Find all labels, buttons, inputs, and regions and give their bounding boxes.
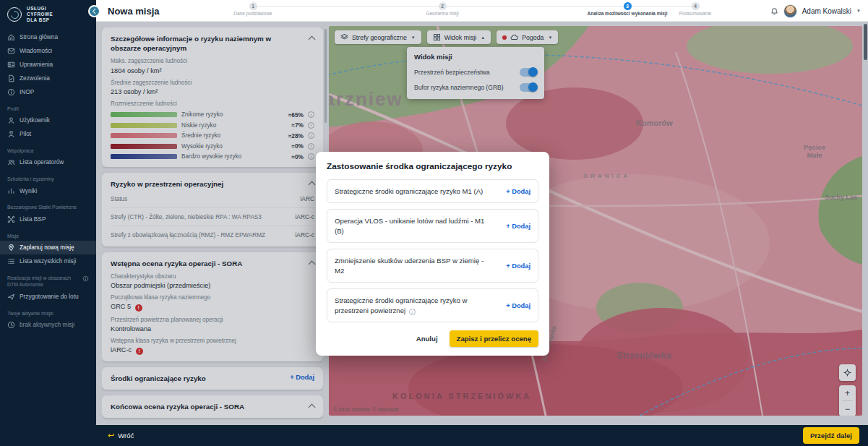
modal-actions: Anuluj Zapisz i przelicz ocenę bbox=[327, 330, 538, 347]
step-number: 3 bbox=[624, 2, 632, 10]
permit-icon bbox=[7, 74, 15, 82]
sidebar-section-label: Twoje aktywne misje: bbox=[0, 304, 96, 318]
missions-list-icon bbox=[7, 257, 15, 265]
home-icon bbox=[7, 33, 15, 41]
sidebar-item[interactable]: Zezwolenia bbox=[0, 72, 96, 85]
mail-icon bbox=[7, 47, 15, 55]
add-mitigation-button[interactable]: + Dodaj bbox=[506, 302, 530, 309]
add-mitigation-button[interactable]: + Dodaj bbox=[506, 262, 530, 270]
logo-text: USŁUGICYFROWEDLA BSP bbox=[27, 6, 53, 24]
new-mission-icon bbox=[7, 244, 15, 252]
sidebar-item[interactable]: Lista operatorów bbox=[0, 155, 96, 169]
stepper-step[interactable]: 4Podsumowanie bbox=[645, 2, 746, 16]
cancel-button[interactable]: Anuluj bbox=[416, 335, 438, 343]
back-arrow-icon: ↩ bbox=[108, 432, 114, 439]
sidebar-item[interactable]: brak aktywnych misji bbox=[0, 318, 96, 332]
sidebar-section-label: Bezzałogowe Statki Powietrzne bbox=[0, 197, 96, 212]
mitigation-modal: Zastosowanie środka ograniczającego ryzy… bbox=[316, 152, 549, 356]
step-number: 4 bbox=[692, 2, 700, 10]
sidebar-section-label: Realizacja misji w obszarach DTM Autonom… bbox=[0, 268, 96, 290]
sidebar-section-label: Współpraca bbox=[0, 141, 96, 155]
sidebar-item[interactable]: Lista wszystkich misji bbox=[0, 254, 96, 268]
mitigation-option: Operacja VLOS - unikanie lotów nad ludźm… bbox=[327, 209, 538, 243]
chevron-down-icon[interactable]: ▼ bbox=[856, 9, 861, 13]
sidebar-item[interactable]: Pilot bbox=[0, 127, 96, 141]
app-logo[interactable]: USŁUGICYFROWEDLA BSP bbox=[0, 0, 96, 30]
operators-icon bbox=[7, 158, 15, 166]
clock-icon bbox=[7, 321, 15, 329]
back-circle-button[interactable] bbox=[88, 5, 100, 17]
sidebar-section-label: Misje bbox=[0, 226, 96, 241]
sidebar-nav: Strona głównaWiadomościUprawnieniaZezwol… bbox=[0, 30, 96, 333]
sidebar-item[interactable]: Strona główna bbox=[0, 30, 96, 44]
logo-icon bbox=[7, 7, 22, 22]
user-icon bbox=[7, 116, 15, 124]
stepper-step[interactable]: 1Dane podstawowe bbox=[202, 2, 304, 16]
stepper-step[interactable]: 2Geometria misji bbox=[392, 2, 493, 16]
add-mitigation-button[interactable]: + Dodaj bbox=[506, 188, 530, 195]
save-recalculate-button[interactable]: Zapisz i przelicz ocenę bbox=[450, 330, 538, 347]
bottom-bar: ↩ Wróć Przejdź dalej bbox=[96, 425, 868, 446]
header-right: Adam Kowalski ▼ bbox=[770, 0, 861, 22]
next-button[interactable]: Przejdź dalej bbox=[803, 427, 859, 444]
sidebar-item[interactable]: INOP bbox=[0, 85, 96, 99]
sidebar-item[interactable]: Uprawnienia bbox=[0, 58, 96, 72]
add-mitigation-button[interactable]: + Dodaj bbox=[506, 223, 530, 230]
flight-prep-icon bbox=[7, 293, 15, 301]
user-avatar[interactable] bbox=[783, 4, 797, 18]
step-number: 2 bbox=[439, 2, 447, 10]
info-icon[interactable]: i bbox=[409, 309, 416, 315]
modal-title: Zastosowanie środka ograniczającego ryzy… bbox=[327, 161, 538, 171]
inop-icon bbox=[7, 88, 15, 96]
sidebar: USŁUGICYFROWEDLA BSP Strona głównaWiadom… bbox=[0, 0, 96, 446]
page-scrollbar[interactable] bbox=[864, 24, 867, 60]
sidebar-item[interactable]: Przygotowanie do lotu bbox=[0, 290, 96, 304]
drone-icon bbox=[7, 215, 15, 223]
sidebar-item[interactable]: Lista BSP bbox=[0, 213, 96, 226]
sidebar-item[interactable]: Wiadomości bbox=[0, 44, 96, 58]
results-icon bbox=[7, 186, 15, 194]
sidebar-section-label: Profil bbox=[0, 99, 96, 113]
user-name[interactable]: Adam Kowalski bbox=[802, 7, 851, 15]
sidebar-item[interactable]: Zaplanuj nową misję bbox=[0, 241, 96, 254]
mission-stepper: 1Dane podstawowe2Geometria misji3Analiza… bbox=[96, 0, 868, 22]
license-icon bbox=[7, 61, 15, 69]
info-icon[interactable] bbox=[82, 275, 89, 281]
top-header: Nowa misja 1Dane podstawowe2Geometria mi… bbox=[96, 0, 868, 22]
mitigation-option: Strategiczne środki ograniczające ryzyko… bbox=[327, 288, 538, 322]
sidebar-section-label: Szkolenia i egzaminy bbox=[0, 169, 96, 184]
mitigation-option: Zmniejszenie skutków uderzenia BSP w zie… bbox=[327, 249, 538, 283]
step-number: 1 bbox=[249, 2, 257, 10]
mitigation-option: Strategiczne środki ograniczające ryzyko… bbox=[327, 179, 538, 203]
notifications-bell-icon[interactable] bbox=[770, 7, 778, 15]
back-link[interactable]: ↩ Wróć bbox=[108, 432, 134, 439]
sidebar-item[interactable]: Wyniki bbox=[0, 184, 96, 197]
sidebar-item[interactable]: Użytkownik bbox=[0, 113, 96, 127]
pilot-icon bbox=[7, 130, 15, 138]
